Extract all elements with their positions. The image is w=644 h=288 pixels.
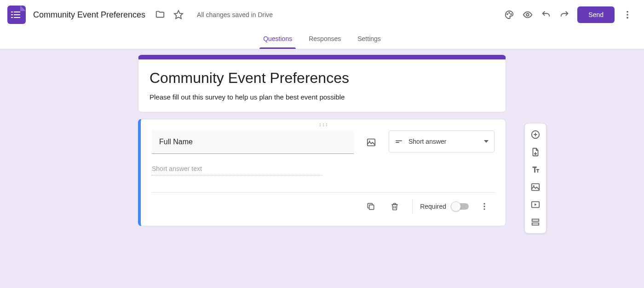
duplicate-question-button[interactable] bbox=[361, 196, 381, 217]
save-status: All changes saved in Drive bbox=[197, 11, 273, 18]
required-toggle[interactable] bbox=[452, 203, 469, 210]
svg-point-16 bbox=[326, 123, 327, 124]
image-icon bbox=[366, 137, 376, 147]
star-button[interactable] bbox=[169, 6, 188, 24]
add-image-to-question-button[interactable] bbox=[361, 132, 381, 153]
customize-theme-button[interactable] bbox=[500, 6, 518, 24]
svg-point-12 bbox=[627, 14, 628, 16]
svg-point-10 bbox=[527, 13, 529, 16]
preview-button[interactable] bbox=[518, 6, 537, 24]
svg-point-19 bbox=[326, 125, 327, 126]
tab-responses[interactable]: Responses bbox=[307, 29, 343, 49]
image-icon bbox=[530, 182, 540, 192]
copy-icon bbox=[366, 202, 375, 211]
forms-logo[interactable] bbox=[7, 6, 26, 24]
delete-question-button[interactable] bbox=[385, 196, 405, 217]
send-button[interactable]: Send bbox=[577, 6, 615, 23]
answer-preview: Short answer text bbox=[152, 165, 322, 176]
svg-point-17 bbox=[319, 125, 320, 126]
more-menu-button[interactable] bbox=[618, 6, 637, 24]
add-video-button[interactable] bbox=[527, 196, 544, 213]
svg-point-14 bbox=[319, 123, 320, 124]
question-footer: Required bbox=[152, 192, 494, 222]
more-vert-icon bbox=[480, 202, 489, 211]
svg-point-9 bbox=[511, 14, 512, 15]
tab-questions[interactable]: Questions bbox=[261, 29, 294, 49]
svg-point-25 bbox=[483, 203, 485, 205]
question-type-label: Short answer bbox=[408, 138, 446, 145]
svg-marker-6 bbox=[174, 11, 183, 18]
question-card[interactable]: Short answer Short answer text bbox=[138, 119, 506, 226]
svg-rect-5 bbox=[14, 17, 20, 18]
svg-point-15 bbox=[322, 123, 323, 124]
svg-point-27 bbox=[483, 208, 485, 210]
svg-point-21 bbox=[369, 141, 370, 142]
svg-point-7 bbox=[507, 14, 508, 15]
eye-icon bbox=[523, 10, 533, 20]
svg-rect-1 bbox=[14, 12, 20, 12]
add-title-button[interactable] bbox=[527, 161, 544, 178]
move-to-folder-button[interactable] bbox=[151, 6, 169, 24]
question-more-button[interactable] bbox=[474, 196, 494, 217]
app-header: Community Event Preferences All changes … bbox=[0, 0, 644, 29]
palette-icon bbox=[504, 10, 514, 20]
required-label: Required bbox=[420, 203, 446, 210]
svg-point-26 bbox=[483, 206, 485, 207]
undo-button[interactable] bbox=[537, 6, 555, 24]
document-title[interactable]: Community Event Preferences bbox=[33, 10, 145, 20]
redo-button[interactable] bbox=[555, 6, 574, 24]
svg-point-18 bbox=[322, 125, 323, 126]
add-question-button[interactable] bbox=[527, 126, 544, 143]
tab-settings[interactable]: Settings bbox=[356, 29, 383, 49]
folder-icon bbox=[155, 10, 165, 20]
form-header-card[interactable]: Community Event Preferences Please fill … bbox=[138, 55, 506, 112]
svg-rect-0 bbox=[11, 12, 13, 12]
svg-rect-2 bbox=[11, 14, 13, 15]
drag-icon bbox=[319, 123, 328, 127]
import-icon bbox=[530, 147, 540, 157]
video-icon bbox=[530, 200, 540, 210]
svg-rect-32 bbox=[532, 219, 539, 222]
star-icon bbox=[173, 10, 184, 20]
svg-point-30 bbox=[533, 185, 535, 187]
question-type-select[interactable]: Short answer bbox=[389, 130, 494, 153]
import-questions-button[interactable] bbox=[527, 144, 544, 160]
svg-point-8 bbox=[509, 12, 510, 13]
svg-rect-23 bbox=[396, 142, 399, 143]
plus-circle-icon bbox=[530, 129, 540, 140]
redo-icon bbox=[559, 10, 569, 20]
form-title[interactable]: Community Event Preferences bbox=[150, 70, 494, 87]
text-icon bbox=[530, 165, 540, 175]
short-answer-icon bbox=[395, 137, 403, 146]
add-image-button[interactable] bbox=[527, 179, 544, 195]
svg-point-11 bbox=[627, 11, 628, 13]
tab-bar: Questions Responses Settings bbox=[0, 29, 644, 49]
svg-rect-22 bbox=[396, 141, 402, 141]
svg-point-13 bbox=[627, 17, 628, 19]
drag-handle[interactable] bbox=[141, 119, 506, 130]
svg-rect-3 bbox=[14, 14, 20, 15]
svg-rect-33 bbox=[532, 223, 539, 225]
undo-icon bbox=[541, 10, 551, 20]
svg-rect-24 bbox=[369, 205, 374, 210]
add-section-button[interactable] bbox=[527, 214, 544, 230]
form-canvas: Community Event Preferences Please fill … bbox=[0, 49, 644, 288]
chevron-down-icon bbox=[484, 140, 489, 143]
section-icon bbox=[530, 217, 540, 227]
question-title-input[interactable] bbox=[152, 130, 354, 154]
svg-rect-4 bbox=[11, 17, 13, 18]
trash-icon bbox=[390, 202, 399, 211]
side-toolbar bbox=[524, 123, 546, 234]
form-description[interactable]: Please fill out this survey to help us p… bbox=[150, 93, 494, 101]
more-vert-icon bbox=[622, 10, 632, 20]
